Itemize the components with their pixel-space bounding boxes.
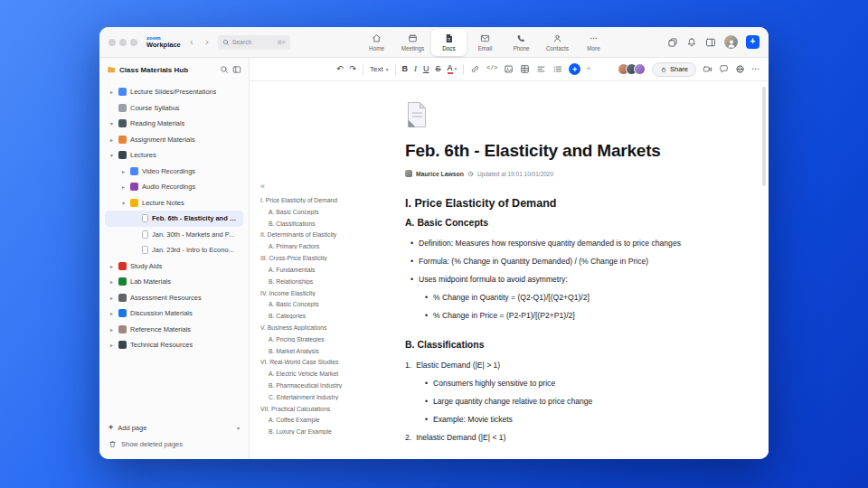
sidebar-item-audio-recordings[interactable]: ▸Audio Recordings	[105, 179, 243, 195]
back-button[interactable]: ‹	[187, 38, 196, 47]
outline-item[interactable]: A. Pricing Strategies	[260, 336, 360, 343]
panel-toggle-icon[interactable]	[705, 37, 716, 48]
global-search-input[interactable]: Search ⌘F	[218, 35, 290, 50]
outline-item[interactable]: V. Business Applications	[260, 324, 360, 331]
sidebar-item-assignment-materials[interactable]: ▸Assignment Materials	[105, 132, 243, 148]
minimize-button[interactable]	[119, 39, 127, 46]
tab-meetings[interactable]: Meetings	[395, 29, 430, 56]
document-content[interactable]: Feb. 6th - Elasticity and Markets Mauric…	[405, 81, 720, 443]
align-button[interactable]	[536, 64, 546, 74]
insert-block-button[interactable]: +	[569, 63, 580, 75]
chevron-icon[interactable]: ▸	[108, 263, 115, 269]
forward-button[interactable]: ›	[203, 38, 212, 47]
sidebar-item-jan-30th-page[interactable]: Jan. 30th - Markets and P...	[105, 227, 243, 243]
add-page-button[interactable]: + Add page ▾	[108, 423, 240, 432]
chevron-icon[interactable]: ▸	[108, 136, 115, 143]
tab-more[interactable]: More	[576, 29, 611, 56]
outline-item[interactable]: A. Electric Vehicle Market	[260, 371, 360, 377]
sidebar-item-lecture-slides[interactable]: ▸Lecture Slides/Presentations	[105, 84, 243, 100]
outline-item[interactable]: A. Fundamentals	[260, 267, 360, 273]
workspaces-icon[interactable]	[667, 37, 678, 48]
share-button[interactable]: Share	[652, 62, 696, 77]
user-avatar[interactable]	[724, 35, 738, 49]
outline-item[interactable]: A. Basic Concepts	[260, 209, 360, 215]
chevron-icon[interactable]: ▸	[108, 326, 115, 333]
outline-collapse-button[interactable]: «	[260, 183, 360, 191]
tab-docs[interactable]: Docs	[431, 29, 467, 56]
comments-button[interactable]	[719, 64, 729, 74]
link-button[interactable]	[470, 64, 480, 74]
outline-item[interactable]: A. Coffee Example	[260, 417, 360, 423]
sidebar-item-lecture-notes[interactable]: ▾Lecture Notes	[105, 195, 243, 211]
outline-item[interactable]: B. Classifications	[260, 221, 360, 227]
chevron-icon[interactable]: ▸	[108, 310, 115, 316]
sidebar-item-reference-materials[interactable]: ▸Reference Materials	[105, 322, 243, 338]
outline-item[interactable]: VI. Real-World Case Studies	[260, 359, 360, 365]
tab-contacts[interactable]: Contacts	[540, 29, 575, 56]
table-button[interactable]	[520, 64, 530, 74]
chevron-icon[interactable]: ▸	[120, 168, 127, 174]
outline-item[interactable]: B. Luxury Car Example	[260, 428, 360, 435]
start-video-button[interactable]	[703, 64, 712, 74]
outline-item[interactable]: A. Basic Concepts	[260, 301, 360, 307]
scrollbar[interactable]	[762, 87, 766, 186]
text-color-button[interactable]: A▾	[448, 64, 458, 75]
sidebar-item-video-recordings[interactable]: ▸Video Recordings	[105, 164, 243, 180]
doc-title[interactable]: Feb. 6th - Elasticity and Markets	[405, 141, 720, 161]
code-button[interactable]: </>	[486, 66, 497, 72]
maximize-button[interactable]	[130, 39, 137, 46]
bold-button[interactable]: B	[402, 65, 409, 73]
tab-home[interactable]: Home	[359, 29, 394, 56]
image-button[interactable]	[504, 64, 514, 74]
outline-item[interactable]: VII. Practical Calculations	[260, 406, 360, 412]
outline-item[interactable]: III. Cross-Price Elasticity	[260, 255, 360, 261]
outline-item[interactable]: I. Price Elasticity of Demand	[260, 197, 360, 203]
italic-button[interactable]: I	[414, 65, 417, 73]
sidebar-item-lab-materials[interactable]: ▸Lab Materials	[105, 274, 243, 290]
outline-item[interactable]: B. Market Analysis	[260, 348, 360, 354]
chevron-icon[interactable]: ▸	[120, 183, 127, 190]
outline-item[interactable]: B. Categories	[260, 313, 360, 319]
sidebar-item-lectures[interactable]: ▾Lectures	[105, 147, 243, 164]
close-button[interactable]	[108, 39, 116, 46]
chevron-icon[interactable]: ▸	[108, 295, 115, 301]
chevron-icon[interactable]: ▾	[108, 120, 115, 127]
text-style-dropdown[interactable]: Text▾	[370, 65, 388, 73]
tab-phone[interactable]: Phone	[504, 29, 539, 56]
outline-item[interactable]: II. Determinants of Elasticity	[260, 231, 360, 238]
collapse-sidebar-icon[interactable]	[232, 65, 241, 74]
outline-item[interactable]: IV. Income Elasticity	[260, 290, 360, 296]
toolbar-more-button[interactable]: ⋯	[751, 65, 760, 73]
collaborator-avatars[interactable]	[618, 63, 646, 75]
sidebar-item-technical-resources[interactable]: ▸Technical Resources	[105, 337, 243, 353]
strikethrough-button[interactable]: S	[436, 65, 441, 73]
sidebar-search-icon[interactable]	[220, 65, 229, 74]
document-canvas[interactable]: « I. Price Elasticity of Demand A. Basic…	[250, 81, 769, 459]
redo-button[interactable]: ↷	[350, 65, 357, 73]
tab-email[interactable]: Email	[467, 29, 503, 56]
outline-item[interactable]: B. Pharmaceutical Industry	[260, 382, 360, 389]
sidebar-item-jan-23rd-page[interactable]: Jan. 23rd - Intro to Econo...	[105, 242, 243, 258]
new-button[interactable]: +	[746, 35, 760, 49]
chevron-icon[interactable]: ▸	[108, 89, 115, 95]
sidebar-item-course-syllabus[interactable]: Course Syllabus	[105, 100, 243, 117]
outline-item[interactable]: A. Primary Factors	[260, 243, 360, 249]
chevron-icon[interactable]: ▸	[108, 278, 115, 285]
chevron-icon[interactable]: ▸	[108, 342, 115, 348]
collapse-toolbar-button[interactable]: ^	[587, 65, 590, 73]
sidebar-item-study-aids[interactable]: ▸Study Aids	[105, 258, 243, 275]
sidebar-item-discussion-materials[interactable]: ▸Discussion Materials	[105, 305, 243, 322]
chevron-icon[interactable]: ▾	[120, 200, 127, 206]
underline-button[interactable]: U	[423, 65, 429, 73]
outline-item[interactable]: B. Relationships	[260, 278, 360, 285]
outline-item[interactable]: C. Entertainment Industry	[260, 394, 360, 400]
sidebar-item-reading-materials[interactable]: ▾Reading Materials	[105, 116, 243, 132]
sidebar-item-feb-6th-page[interactable]: Feb. 6th - Elasticity and M...	[105, 211, 243, 227]
show-deleted-pages-button[interactable]: Show deleted pages	[108, 440, 240, 448]
bell-icon[interactable]	[686, 37, 697, 48]
chevron-icon[interactable]: ▾	[108, 152, 115, 158]
undo-button[interactable]: ↶	[336, 65, 344, 73]
sidebar-item-assessment-resources[interactable]: ▸Assessment Resources	[105, 290, 243, 306]
chevron-down-icon[interactable]: ▾	[237, 425, 240, 431]
bulleted-list-button[interactable]	[552, 64, 562, 74]
